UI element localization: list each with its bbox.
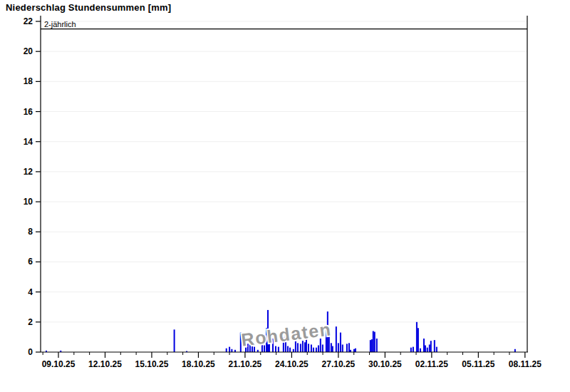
x-tick-label: 21.10.25 bbox=[229, 359, 262, 369]
precip-bar bbox=[346, 344, 348, 352]
precip-bar bbox=[430, 341, 432, 352]
x-tick-label: 09.10.25 bbox=[42, 359, 76, 369]
y-tick-label: 0 bbox=[28, 347, 33, 357]
precip-bar bbox=[311, 344, 312, 352]
precip-bar bbox=[514, 349, 516, 352]
precip-bar bbox=[355, 349, 356, 352]
threshold-label: 2-jährlich bbox=[44, 20, 76, 29]
x-tick-label: 15.10.25 bbox=[135, 359, 169, 369]
x-tick-label: 24.10.25 bbox=[275, 359, 309, 369]
precip-bar bbox=[304, 342, 306, 352]
precip-bar bbox=[348, 343, 350, 352]
x-tick-label: 02.11.25 bbox=[415, 359, 448, 369]
precip-bar bbox=[275, 346, 276, 352]
precip-bar bbox=[420, 349, 421, 352]
y-tick-label: 6 bbox=[28, 257, 33, 267]
x-tick-label: 05.11.25 bbox=[462, 359, 494, 369]
precip-bar bbox=[293, 349, 294, 352]
precip-bar bbox=[371, 339, 373, 352]
precip-bar bbox=[313, 348, 314, 352]
x-tick-label: 12.10.25 bbox=[88, 359, 122, 369]
y-tick-label: 4 bbox=[28, 287, 33, 297]
precip-bar bbox=[423, 339, 425, 352]
y-tick-label: 22 bbox=[24, 16, 33, 26]
precipitation-chart-screen: Niederschlag Stundensummen [mm] 2-jährli… bbox=[0, 0, 570, 392]
y-tick-label: 10 bbox=[24, 197, 33, 207]
precip-bar bbox=[416, 322, 418, 352]
precip-bar bbox=[278, 347, 279, 352]
precip-bar bbox=[322, 344, 323, 352]
precip-bar bbox=[336, 326, 337, 352]
precip-bar bbox=[429, 344, 430, 352]
precip-bar bbox=[370, 340, 371, 352]
y-tick-label: 12 bbox=[24, 167, 33, 177]
y-tick-label: 8 bbox=[28, 227, 33, 237]
precip-bar bbox=[376, 339, 378, 352]
precip-bar bbox=[332, 346, 333, 352]
precipitation-plot: 2-jährlich024681012141618202209.10.2512.… bbox=[0, 0, 570, 392]
precip-bar bbox=[374, 332, 375, 352]
precip-bar bbox=[418, 328, 419, 352]
y-tick-label: 16 bbox=[24, 107, 33, 117]
y-tick-label: 14 bbox=[24, 137, 33, 147]
precip-bar bbox=[436, 347, 437, 352]
precip-bar bbox=[427, 348, 428, 352]
precip-bar bbox=[308, 344, 309, 352]
precip-bar bbox=[320, 339, 321, 352]
precip-bar bbox=[353, 349, 355, 352]
precip-bar bbox=[226, 349, 227, 352]
precip-bar bbox=[413, 347, 414, 352]
precip-bar bbox=[331, 343, 332, 352]
precip-bar bbox=[425, 346, 426, 352]
precip-bar bbox=[300, 344, 301, 352]
precip-bar bbox=[434, 340, 435, 352]
precip-bar bbox=[318, 346, 319, 352]
precip-bar bbox=[342, 344, 343, 352]
precip-bar bbox=[289, 348, 291, 352]
x-tick-label: 08.11.25 bbox=[509, 359, 542, 369]
y-tick-label: 18 bbox=[24, 76, 33, 86]
precip-bar bbox=[231, 349, 232, 352]
precip-bar bbox=[338, 343, 339, 352]
x-tick-label: 27.10.25 bbox=[322, 359, 356, 369]
y-tick-label: 2 bbox=[28, 317, 33, 327]
precip-bar bbox=[302, 341, 304, 352]
precip-bar bbox=[297, 343, 299, 352]
precip-bar bbox=[340, 333, 341, 352]
y-tick-label: 20 bbox=[24, 46, 33, 56]
precip-bar bbox=[174, 329, 175, 352]
precip-bar bbox=[229, 347, 230, 352]
precip-bar bbox=[287, 346, 289, 352]
precip-bar bbox=[410, 348, 412, 352]
x-tick-label: 30.10.25 bbox=[368, 359, 402, 369]
x-tick-label: 18.10.25 bbox=[182, 359, 215, 369]
precip-bar bbox=[316, 348, 317, 352]
precip-bar bbox=[373, 331, 374, 352]
